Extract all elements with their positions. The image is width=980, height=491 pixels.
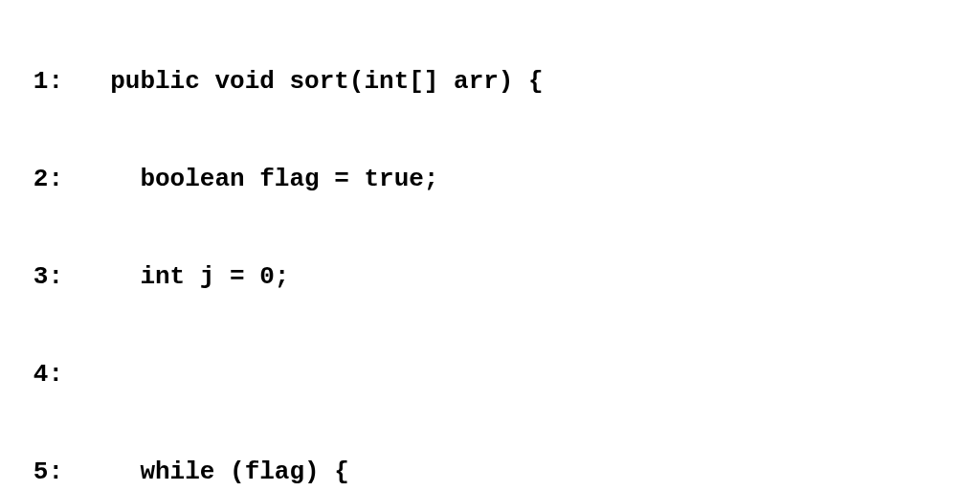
code-line: 2: boolean flag = true; [8, 163, 972, 195]
line-number: 1: [8, 65, 80, 98]
code-line: 5: while (flag) { [8, 456, 972, 488]
line-content: while (flag) { [80, 456, 349, 488]
code-listing: 1: public void sort(int[] arr) { 2: bool… [0, 0, 980, 491]
line-number: 4: [8, 358, 80, 391]
code-line: 4: [8, 358, 972, 391]
line-content: boolean flag = true; [80, 163, 438, 195]
line-content: int j = 0; [80, 260, 289, 293]
code-line: 1: public void sort(int[] arr) { [8, 65, 972, 98]
code-line: 3: int j = 0; [8, 260, 972, 293]
line-number: 3: [8, 260, 80, 293]
line-number: 5: [8, 456, 80, 488]
line-content: public void sort(int[] arr) { [80, 65, 544, 98]
line-number: 2: [8, 163, 80, 195]
